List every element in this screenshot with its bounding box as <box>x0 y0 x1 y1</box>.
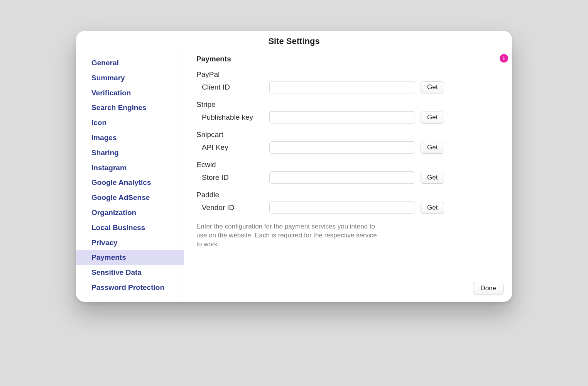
sidebar-item-local-business[interactable]: Local Business <box>76 220 184 235</box>
snipcart-get-button[interactable]: Get <box>421 142 444 154</box>
sidebar-item-google-analytics[interactable]: Google Analytics <box>76 175 184 190</box>
paypal-get-button[interactable]: Get <box>421 81 444 93</box>
provider-name: Stripe <box>196 100 500 109</box>
paypal-client-id-input[interactable] <box>269 81 415 93</box>
sidebar-item-summary[interactable]: Summary <box>76 71 184 86</box>
sidebar-item-payments[interactable]: Payments <box>76 250 184 265</box>
sidebar-item-organization[interactable]: Organization <box>76 205 184 220</box>
sidebar-item-verification[interactable]: Verification <box>76 86 184 101</box>
provider-name: Snipcart <box>196 130 500 139</box>
field-row: Publishable keyGet <box>196 111 500 124</box>
dialog-footer: Done <box>473 282 504 295</box>
dialog-title: Site Settings <box>76 36 512 46</box>
provider-snipcart: SnipcartAPI KeyGet <box>196 130 500 154</box>
sidebar-item-password-protection[interactable]: Password Protection <box>76 280 184 295</box>
field-row: Vendor IDGet <box>196 201 500 214</box>
provider-name: Paddle <box>196 191 500 199</box>
sidebar-item-instagram[interactable]: Instagram <box>76 161 184 176</box>
provider-paypal: PayPalClient IDGet <box>196 70 500 93</box>
help-text: Enter the configuration for the payment … <box>196 222 382 249</box>
field-row: API KeyGet <box>196 141 500 154</box>
done-button[interactable]: Done <box>473 282 504 295</box>
sidebar-item-general[interactable]: General <box>76 56 184 71</box>
field-row: Client IDGet <box>196 81 500 93</box>
sidebar-item-images[interactable]: Images <box>76 130 184 146</box>
field-label: Publishable key <box>196 113 264 122</box>
field-label: Store ID <box>196 173 264 182</box>
provider-name: PayPal <box>196 70 500 79</box>
site-settings-dialog: Site Settings GeneralSummaryVerification… <box>76 31 512 302</box>
paddle-vendor-id-input[interactable] <box>269 201 415 214</box>
content-pane: i Payments PayPalClient IDGetStripePubli… <box>184 49 512 302</box>
field-label: Vendor ID <box>196 203 264 212</box>
dialog-body: GeneralSummaryVerificationSearch Engines… <box>76 49 512 302</box>
stripe-get-button[interactable]: Get <box>421 112 444 124</box>
snipcart-api-key-input[interactable] <box>269 141 415 154</box>
field-label: Client ID <box>196 83 264 91</box>
field-label: API Key <box>196 143 264 152</box>
sidebar-item-sharing[interactable]: Sharing <box>76 146 184 161</box>
sidebar-item-privacy[interactable]: Privacy <box>76 235 184 251</box>
sidebar[interactable]: GeneralSummaryVerificationSearch Engines… <box>76 49 184 302</box>
sidebar-item-google-adsense[interactable]: Google AdSense <box>76 190 184 205</box>
ecwid-get-button[interactable]: Get <box>421 172 444 184</box>
field-row: Store IDGet <box>196 171 500 184</box>
provider-stripe: StripePublishable keyGet <box>196 100 500 124</box>
sidebar-item-icon[interactable]: Icon <box>76 115 184 130</box>
stripe-publishable-key-input[interactable] <box>269 111 415 124</box>
info-icon[interactable]: i <box>500 54 508 63</box>
paddle-get-button[interactable]: Get <box>421 202 444 214</box>
sidebar-item-search-engines[interactable]: Search Engines <box>76 100 184 115</box>
provider-paddle: PaddleVendor IDGet <box>196 191 500 214</box>
provider-name: Ecwid <box>196 161 500 169</box>
section-title: Payments <box>196 55 500 63</box>
sidebar-item-sensitive-data[interactable]: Sensitive Data <box>76 265 184 280</box>
titlebar: Site Settings <box>76 31 512 49</box>
ecwid-store-id-input[interactable] <box>269 171 415 184</box>
provider-ecwid: EcwidStore IDGet <box>196 161 500 184</box>
